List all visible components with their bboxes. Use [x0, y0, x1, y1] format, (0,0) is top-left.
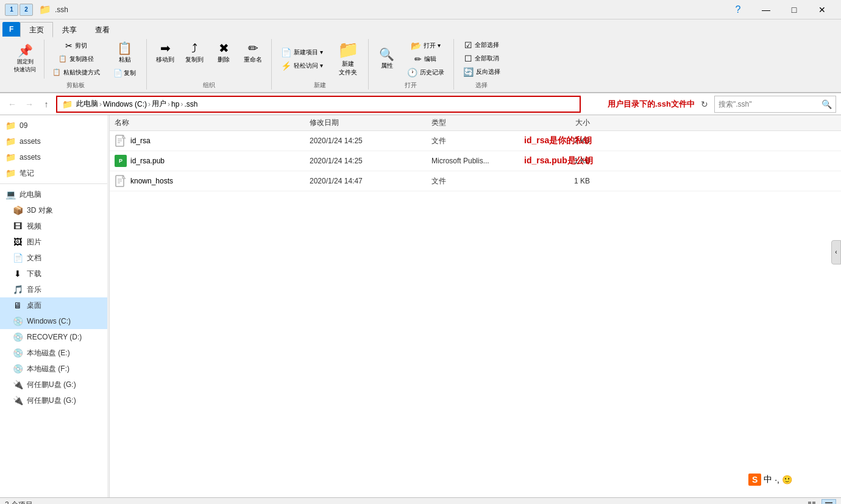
paste-icon: 📋: [117, 42, 132, 54]
sidebar-item-assets1[interactable]: 📁 assets: [0, 133, 107, 149]
table-row[interactable]: known_hosts 2020/1/24 14:47 文件 1 KB: [110, 171, 841, 191]
sidebar-item-usb-g[interactable]: 🔌 何任鹏U盘 (G:): [0, 377, 107, 392]
file-name-id-rsa-pub: P id_rsa.pub: [115, 155, 310, 167]
sidebar-item-usb-g2[interactable]: 🔌 何任鹏U盘 (G:): [0, 392, 107, 408]
table-row[interactable]: id_rsa 2020/1/24 14:25 文件 3 KB id_rsa是你的…: [110, 131, 841, 151]
search-input[interactable]: [719, 100, 821, 108]
sidebar-label-windows-c: Windows (C:): [27, 317, 71, 325]
select-all-button[interactable]: ☑ 全部选择: [460, 39, 503, 51]
pin-button[interactable]: 📌 固定到 快速访问: [10, 41, 40, 77]
sidebar-item-local-e[interactable]: 💿 本地磁盘 (E:): [0, 345, 107, 361]
file-date-known-hosts: 2020/1/24 14:47: [310, 177, 431, 185]
detail-view-button[interactable]: [821, 499, 836, 505]
help-button[interactable]: ?: [724, 0, 752, 20]
tab-2[interactable]: 2: [20, 4, 33, 16]
table-row[interactable]: P id_rsa.pub 2020/1/24 14:25 Microsoft P…: [110, 151, 841, 171]
sidebar-item-downloads[interactable]: ⬇ 下载: [0, 266, 107, 282]
folder-path-icon: 📁: [62, 99, 73, 109]
sidebar-scroll[interactable]: 📁 09 📁 assets 📁 assets 📁 笔记 💻: [0, 115, 107, 497]
sidebar-item-pictures[interactable]: 🖼 图片: [0, 234, 107, 250]
cut-label: 剪切: [75, 41, 87, 50]
ime-logo[interactable]: S: [748, 474, 761, 486]
file-size-known-hosts: 1 KB: [541, 177, 590, 185]
copy-path-icon: 📋: [59, 55, 67, 62]
sidebar-item-3d[interactable]: 📦 3D 对象: [0, 202, 107, 218]
copy-button[interactable]: 📄 复制: [110, 68, 139, 79]
ime-dot: ·,: [775, 475, 779, 484]
ime-mode[interactable]: 中: [764, 474, 772, 485]
sidebar-item-local-f[interactable]: 💿 本地磁盘 (F:): [0, 361, 107, 377]
sidebar-item-this-pc[interactable]: 💻 此电脑: [0, 186, 107, 202]
ribbon-tab-file[interactable]: F: [2, 22, 20, 37]
sidebar-item-windows-c[interactable]: 💿 Windows (C:): [0, 313, 107, 329]
deselect-all-label: 全部取消: [475, 54, 499, 63]
copy-to-button[interactable]: ⤴ 复制到: [181, 39, 208, 67]
cut-button[interactable]: ✂ 剪切: [48, 40, 104, 52]
paste-shortcut-button[interactable]: 📋 粘贴快捷方式: [48, 66, 104, 79]
easy-access-icon: ⚡: [281, 62, 291, 70]
address-bar[interactable]: 📁 此电脑 › Windows (C:) › 用户 › hp › .ssh: [56, 96, 581, 113]
right-panel-toggle[interactable]: ‹: [831, 240, 841, 264]
ribbon-tab-home[interactable]: 主页: [20, 22, 53, 38]
new-item-button[interactable]: 📄 新建项目 ▾: [277, 46, 327, 59]
history-button[interactable]: 🕐 历史记录: [403, 66, 449, 79]
properties-label: 属性: [381, 62, 393, 70]
up-button[interactable]: ↑: [39, 97, 54, 112]
ribbon: F 主页 共享 查看 📌 固定到 快速访问 ✂ 剪切: [0, 20, 841, 93]
deselect-all-button[interactable]: ☐ 全部取消: [460, 52, 503, 65]
file-icon-known-hosts: [115, 175, 127, 187]
col-type[interactable]: 类型: [431, 118, 541, 128]
sidebar-item-music[interactable]: 🎵 音乐: [0, 282, 107, 297]
sidebar-label-documents: 文档: [27, 253, 41, 263]
new-folder-icon: 📁: [338, 41, 359, 59]
delete-button[interactable]: ✖ 删除: [210, 39, 237, 67]
sidebar-item-notes[interactable]: 📁 笔记: [0, 165, 107, 181]
col-name[interactable]: 名称: [115, 118, 310, 128]
invert-selection-button[interactable]: 🔄 反向选择: [459, 66, 505, 78]
open-button[interactable]: 📂 打开 ▾: [403, 40, 449, 52]
tab-1[interactable]: 1: [5, 4, 18, 16]
paste-button[interactable]: 📋 粘贴: [110, 39, 139, 66]
edit-label: 编辑: [424, 55, 436, 63]
rename-button[interactable]: ✏ 重命名: [240, 39, 266, 67]
easy-access-button[interactable]: ⚡ 轻松访问 ▾: [277, 60, 327, 72]
file-label-known-hosts: known_hosts: [130, 177, 173, 185]
sidebar-item-09[interactable]: 📁 09: [0, 118, 107, 133]
sidebar-item-video[interactable]: 🎞 视频: [0, 218, 107, 234]
copy-to-label: 复制到: [185, 55, 204, 64]
sep-4: ›: [180, 100, 183, 108]
sidebar-label-usb-g2: 何任鹏U盘 (G:): [27, 396, 76, 406]
properties-icon: 🔍: [379, 48, 394, 60]
col-date[interactable]: 修改日期: [310, 118, 431, 128]
item-count: 3 个项目: [5, 500, 33, 504]
sidebar-item-assets2[interactable]: 📁 assets: [0, 149, 107, 165]
back-button[interactable]: ←: [5, 97, 20, 112]
copy-path-button[interactable]: 📋 复制路径: [48, 53, 104, 65]
ribbon-group-select: ☑ 全部选择 ☐ 全部取消 🔄 反向选择 选择: [454, 39, 509, 90]
close-button[interactable]: ✕: [808, 0, 836, 20]
refresh-button[interactable]: ↻: [697, 97, 712, 112]
sidebar-item-documents[interactable]: 📄 文档: [0, 250, 107, 266]
usb-g2-icon: 🔌: [12, 396, 23, 405]
sidebar-item-recovery-d[interactable]: 💿 RECOVERY (D:): [0, 329, 107, 345]
thumbnail-view-button[interactable]: [804, 499, 819, 505]
ribbon-tab-view[interactable]: 查看: [86, 22, 119, 37]
folder-icon-notes: 📁: [5, 168, 16, 178]
edit-icon: ✏: [414, 55, 422, 63]
maximize-button[interactable]: □: [780, 0, 808, 20]
col-size[interactable]: 大小: [541, 118, 590, 128]
properties-button[interactable]: 🔍 属性: [374, 45, 400, 73]
minimize-button[interactable]: —: [752, 0, 780, 20]
history-label: 历史记录: [420, 68, 444, 77]
ribbon-tab-share[interactable]: 共享: [53, 22, 86, 37]
edit-button[interactable]: ✏ 编辑: [403, 53, 449, 65]
file-date-id-rsa: 2020/1/24 14:25: [310, 137, 431, 145]
svg-rect-10: [808, 502, 811, 505]
new-folder-button[interactable]: 📁 新建 文件夹: [333, 41, 363, 77]
move-to-button[interactable]: ➡ 移动到: [152, 39, 179, 67]
search-box[interactable]: 🔍: [714, 96, 836, 113]
path-part-ssh: .ssh: [184, 100, 197, 108]
select-all-icon: ☑: [464, 41, 472, 49]
forward-button[interactable]: →: [22, 97, 37, 112]
sidebar-item-desktop[interactable]: 🖥 桌面: [0, 297, 107, 313]
